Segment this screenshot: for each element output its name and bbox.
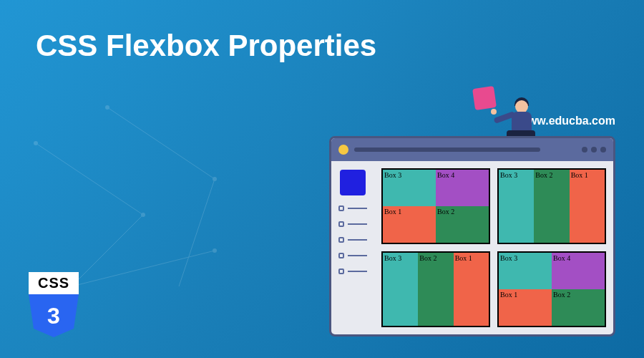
sidebar-item <box>338 221 367 227</box>
sidebar-item <box>338 237 367 243</box>
page-title: CSS Flexbox Properties <box>36 29 376 63</box>
flex-box: Box 3 <box>499 170 534 243</box>
sidebar-line <box>348 255 367 256</box>
svg-point-5 <box>34 141 38 145</box>
svg-point-9 <box>105 105 109 110</box>
flex-box: Box 3 <box>383 253 418 326</box>
sidebar-bullet-icon <box>338 237 344 243</box>
sidebar-bullet-icon <box>338 221 344 227</box>
flex-box: Box 2 <box>534 170 569 243</box>
svg-line-3 <box>107 107 215 179</box>
browser-window: Box 3 Box 4 Box 1 Box 2 Box 3 Box 2 Box … <box>329 136 615 337</box>
css-logo-shield: 3 <box>29 294 79 337</box>
flex-demo-panel-1: Box 3 Box 4 Box 1 Box 2 <box>381 168 490 244</box>
browser-body: Box 3 Box 4 Box 1 Box 2 Box 3 Box 2 Box … <box>331 161 613 334</box>
sidebar-item <box>338 253 367 258</box>
sidebar-item <box>338 205 367 211</box>
css3-logo: CSS 3 <box>29 272 79 337</box>
svg-line-4 <box>179 179 215 286</box>
flex-box: Box 3 <box>383 170 436 206</box>
browser-titlebar <box>331 138 613 161</box>
browser-content: Box 3 Box 4 Box 1 Box 2 Box 3 Box 2 Box … <box>374 161 613 334</box>
svg-line-0 <box>36 143 143 215</box>
sidebar-item <box>338 268 367 274</box>
flex-box: Box 4 <box>436 170 489 206</box>
flex-demo-panel-3: Box 3 Box 2 Box 1 <box>381 251 490 327</box>
flex-box: Box 1 <box>499 289 552 326</box>
flex-box: Box 4 <box>552 253 605 289</box>
sidebar-line <box>348 223 367 225</box>
flex-demo-panel-2: Box 3 Box 2 Box 1 <box>497 168 606 244</box>
sidebar-line <box>348 208 367 209</box>
flex-box: Box 1 <box>454 253 489 326</box>
sidebar-line <box>348 271 367 272</box>
titlebar-address-bar <box>354 147 540 152</box>
titlebar-yellow-dot-icon <box>338 145 348 155</box>
sidebar-bullet-icon <box>338 205 344 211</box>
sidebar-bullet-icon <box>338 253 344 258</box>
person-hand <box>491 109 497 115</box>
svg-line-1 <box>72 215 143 286</box>
flex-box: Box 1 <box>383 206 436 243</box>
pink-square-icon <box>472 86 497 110</box>
flex-box: Box 2 <box>436 206 489 243</box>
flex-box: Box 1 <box>570 170 605 243</box>
css-logo-label: CSS <box>29 272 79 294</box>
browser-sidebar <box>331 161 374 334</box>
sidebar-logo-icon <box>340 170 366 195</box>
svg-line-2 <box>72 251 215 286</box>
flex-demo-panel-4: Box 3 Box 4 Box 1 Box 2 <box>497 251 606 327</box>
sidebar-line <box>348 239 367 241</box>
svg-point-6 <box>141 213 145 217</box>
sidebar-bullet-icon <box>338 268 344 274</box>
flex-box: Box 3 <box>499 253 552 289</box>
flex-box: Box 2 <box>552 289 605 326</box>
flex-box: Box 2 <box>418 253 453 326</box>
titlebar-menu-dots-icon <box>582 147 606 153</box>
svg-point-8 <box>213 248 217 253</box>
svg-point-10 <box>213 177 217 181</box>
